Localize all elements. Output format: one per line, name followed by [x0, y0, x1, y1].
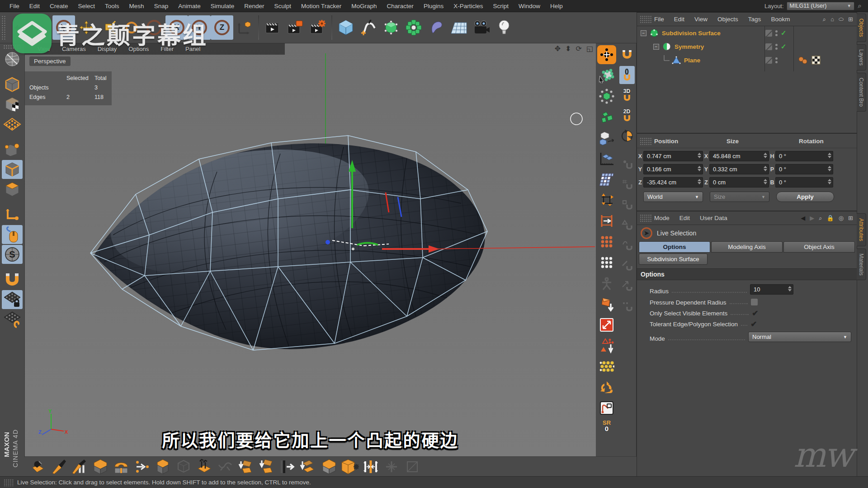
snap-axis-disabled[interactable] [619, 277, 635, 295]
tab-attributes[interactable]: Attributes [857, 213, 866, 246]
perspective-viewport[interactable]: View Cameras Display Options Filter Pane… [25, 43, 596, 456]
toggle-view-icon[interactable]: ◱ [586, 44, 593, 53]
spinner[interactable] [788, 286, 792, 291]
size-mode-dropdown[interactable]: Size▼ [710, 192, 769, 202]
apply-button[interactable]: Apply [776, 192, 834, 202]
spinner[interactable] [698, 179, 701, 184]
smooth-shift-tool-disabled[interactable] [173, 458, 194, 476]
snap-triangle-disabled[interactable] [619, 216, 635, 234]
om-menu-bookmarks[interactable]: Bookm [771, 16, 790, 23]
visibility-dots[interactable] [775, 57, 778, 63]
panel-drag-handle[interactable] [640, 15, 651, 23]
add-bookmark-icon[interactable]: ⊞ [848, 16, 853, 23]
tree-row-subdivision-surface[interactable]: − Subdivision Surface ✓ [637, 26, 857, 40]
stitch-sew-tool-disabled[interactable] [215, 458, 236, 476]
tweak-mode-button[interactable] [2, 225, 23, 244]
edge-cut-tool[interactable] [132, 458, 152, 476]
subdivide-settings-tool[interactable] [340, 458, 360, 476]
dolly-view-icon[interactable]: ⬍ [565, 44, 571, 53]
tab-layers[interactable]: Layers [857, 44, 866, 70]
history-forward-icon[interactable]: ▶ [810, 215, 814, 221]
spinner[interactable] [828, 153, 831, 158]
search-icon[interactable]: ⌕ [823, 16, 826, 23]
search-icon[interactable]: ⌕ [819, 215, 822, 222]
spinner[interactable] [698, 153, 701, 158]
points-mode-button[interactable] [2, 140, 23, 159]
rot-h-field[interactable]: 0 ° [775, 151, 833, 161]
size-z-field[interactable]: 0 cm [709, 177, 769, 188]
om-menu-tags[interactable]: Tags [748, 16, 761, 23]
om-menu-objects[interactable]: Objects [717, 16, 738, 23]
tab-materials[interactable]: Materials [857, 249, 866, 281]
tab-modeling-axis[interactable]: Modeling Axis [711, 241, 783, 253]
add-environment-button[interactable] [448, 15, 470, 40]
edge-slide-tool[interactable] [277, 458, 298, 476]
polygons-mode-button[interactable] [2, 180, 23, 199]
coordinate-space-dropdown[interactable]: World▼ [643, 192, 703, 202]
size-y-field[interactable]: 0.332 cm [709, 164, 769, 174]
enabled-check-icon[interactable]: ✓ [781, 29, 787, 37]
range-slider-tool[interactable] [597, 211, 616, 230]
extrude-inner-tool[interactable] [152, 458, 173, 476]
menu-snap[interactable]: Snap [149, 3, 174, 9]
snap-curve-disabled[interactable] [619, 236, 635, 254]
collapse-icon[interactable]: − [641, 30, 646, 36]
tab-subdivision-surface[interactable]: Subdivision Surface [639, 253, 708, 265]
phong-tag-icon[interactable] [798, 56, 808, 64]
spinner[interactable] [764, 179, 767, 184]
subdivide-tool[interactable] [319, 458, 340, 476]
extrude-tool[interactable] [90, 458, 111, 476]
tab-objects[interactable]: Objects [857, 14, 866, 42]
grid-array-tool[interactable] [597, 170, 616, 189]
rot-b-field[interactable]: 0 ° [775, 177, 833, 188]
pressure-radius-checkbox[interactable] [751, 299, 758, 305]
knife-tool[interactable] [48, 458, 69, 476]
snap-3d-button[interactable]: 3D [619, 86, 635, 104]
menu-simulate[interactable]: Simulate [206, 3, 240, 9]
menu-tools[interactable]: Tools [100, 3, 124, 9]
add-spline-button[interactable] [357, 15, 380, 40]
om-menu-view[interactable]: View [694, 16, 708, 23]
coordinate-system-button[interactable] [233, 15, 256, 40]
snap-edge-disabled[interactable] [619, 257, 635, 275]
selection-mode-dropdown[interactable]: Normal▼ [748, 332, 851, 342]
collapse-tool[interactable] [256, 458, 277, 476]
collapse-icon[interactable]: − [653, 44, 659, 50]
view-label[interactable]: Perspective [29, 56, 71, 66]
layout-dropdown[interactable]: MILG11 (User)▼ [787, 2, 854, 10]
size-x-field[interactable]: 45.848 cm [709, 151, 769, 161]
statusbar-drag-handle[interactable] [4, 479, 14, 486]
tolerant-selection-checkbox[interactable]: ✔ [750, 321, 757, 328]
search-icon[interactable]: ⌕ [858, 2, 862, 10]
spinner[interactable] [764, 166, 767, 171]
coordinates-tool[interactable] [597, 108, 616, 127]
measure-tool[interactable] [597, 149, 616, 168]
add-cube-object-button[interactable] [335, 15, 357, 40]
layer-toggle[interactable] [765, 30, 772, 37]
render-settings-button[interactable] [307, 15, 329, 40]
swap-cubes-tool[interactable] [597, 128, 616, 147]
matrix-extrude-tool[interactable] [194, 458, 215, 476]
snap-settings-button[interactable]: S [2, 245, 23, 264]
pos-y-field[interactable]: 0.166 cm [643, 164, 703, 174]
attr-menu-edit[interactable]: Edit [679, 215, 690, 221]
enable-snap-button[interactable] [2, 270, 23, 289]
spinner[interactable] [828, 166, 831, 171]
add-light-button[interactable] [493, 15, 515, 40]
menu-character[interactable]: Character [382, 3, 419, 9]
weld-tool[interactable] [236, 458, 256, 476]
menu-plugins[interactable]: Plugins [419, 3, 448, 9]
render-picture-viewer-button[interactable] [284, 15, 307, 40]
recycle-reuse-tool[interactable] [597, 378, 616, 397]
pan-view-icon[interactable]: ✥ [555, 44, 561, 53]
tab-options[interactable]: Options [639, 241, 710, 253]
add-camera-button[interactable] [470, 15, 493, 40]
lock-workplane-button[interactable] [2, 290, 23, 309]
pos-x-field[interactable]: 0.747 cm [643, 151, 703, 161]
spinner[interactable] [764, 153, 767, 158]
white-points-tool[interactable] [597, 253, 616, 272]
attr-menu-userdata[interactable]: User Data [700, 215, 727, 221]
align-normals-tool[interactable] [360, 458, 381, 476]
menu-motion-tracker[interactable]: Motion Tracker [296, 3, 346, 9]
snap-2d-button[interactable]: 2D [619, 107, 635, 125]
